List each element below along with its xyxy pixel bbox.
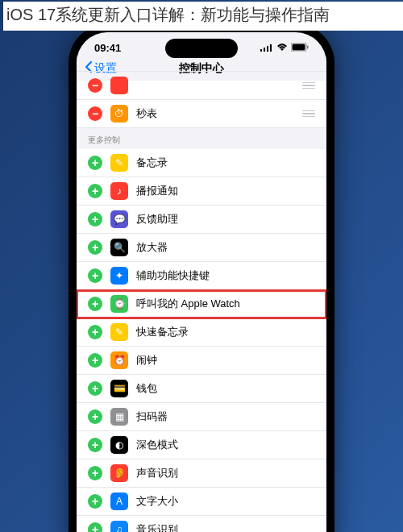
row-label: 音乐识别 [136,522,315,532]
app-icon: 💬 [110,210,128,228]
row-label: 深色模式 [136,438,315,452]
add-icon[interactable]: + [88,494,102,509]
row-label: 扫码器 [136,409,315,424]
list-item[interactable]: + ▦ 扫码器 [77,403,326,431]
app-icon: ✦ [110,267,128,285]
app-icon: ♫ [110,521,128,532]
row-label: 快速备忘录 [136,325,315,339]
svg-rect-6 [307,46,309,49]
app-icon: ✎ [110,323,128,341]
add-icon[interactable]: + [88,353,102,368]
more-controls-list: + ✎ 备忘录 + ♪ 播报通知 + 💬 反馈助理 + 🔍 放大器 + ✦ 辅助… [77,149,326,532]
add-icon[interactable]: + [88,381,102,396]
row-label: 播报通知 [136,184,315,198]
row-label: 备忘录 [136,156,315,170]
add-icon[interactable]: + [88,325,102,339]
svg-rect-1 [264,48,265,52]
app-icon: ◐ [110,436,128,454]
row-label: 呼叫我的 Apple Watch [136,297,315,311]
add-icon[interactable]: + [88,297,102,311]
row-label: 钱包 [136,381,315,396]
app-icon: 👂 [110,464,128,482]
row-label: 闹钟 [136,353,315,368]
dynamic-island [165,39,238,58]
list-item[interactable]: − ⏱ 秒表 [77,100,326,128]
article-title: iOS 17系统更新入口详解：新功能与操作指南 [3,2,403,31]
add-icon[interactable]: + [88,212,102,227]
list-item[interactable]: + ⏰ 闹钟 [77,347,326,375]
existing-controls-list: − − ⏱ 秒表 [77,71,326,128]
app-icon: ▦ [110,408,128,426]
remove-icon[interactable]: − [88,106,102,121]
section-header-more: 更多控制 [77,128,326,149]
app-icon: ♪ [110,182,128,200]
phone-frame: 09:41 设置 控制中心 − [69,24,334,532]
app-icon: 💳 [110,380,128,397]
add-icon[interactable]: + [88,240,102,255]
app-icon [110,77,128,94]
svg-rect-3 [270,44,272,52]
list-item[interactable]: + 👂 声音识别 [77,459,326,488]
wifi-icon [276,42,288,54]
add-icon[interactable]: + [88,466,102,480]
svg-rect-5 [293,44,305,51]
row-label: 声音识别 [136,466,315,480]
list-item[interactable]: + ✎ 备忘录 [77,149,326,177]
app-icon: ⏰ [110,351,128,369]
add-icon[interactable]: + [88,268,102,283]
list-item[interactable]: + ✦ 辅助功能快捷键 [77,262,326,290]
remove-icon[interactable]: − [88,78,102,93]
add-icon[interactable]: + [88,184,102,198]
row-label: 反馈助理 [136,212,315,227]
list-item[interactable]: + 💬 反馈助理 [77,206,326,234]
add-icon[interactable]: + [88,438,102,452]
add-icon[interactable]: + [88,409,102,424]
stopwatch-icon: ⏱ [110,105,128,123]
list-item[interactable]: + 🔍 放大器 [77,234,326,262]
phone-screen: 09:41 设置 控制中心 − [77,32,326,532]
app-icon: ✎ [110,154,128,172]
app-icon: A [110,493,128,510]
list-item[interactable]: + A 文字大小 [77,488,326,516]
svg-rect-0 [260,49,262,52]
drag-handle-icon[interactable] [302,110,315,118]
row-label: 辅助功能快捷键 [136,268,315,283]
list-item[interactable]: + ✎ 快速备忘录 [77,318,326,347]
drag-handle-icon[interactable] [302,82,315,89]
list-item[interactable]: + ♪ 播报通知 [77,177,326,206]
svg-rect-2 [267,46,268,52]
battery-icon [291,42,309,54]
list-item[interactable]: − [77,71,326,100]
row-label: 放大器 [136,240,315,255]
row-label: 文字大小 [136,494,315,509]
app-icon: ⌚ [110,295,128,313]
add-icon[interactable]: + [88,522,102,532]
row-label: 秒表 [136,106,294,121]
add-icon[interactable]: + [88,156,102,170]
list-item[interactable]: + ♫ 音乐识别 [77,516,326,532]
app-icon: 🔍 [110,239,128,256]
list-item[interactable]: + ◐ 深色模式 [77,431,326,459]
signal-icon [260,42,273,54]
list-item[interactable]: + 💳 钱包 [77,375,326,403]
status-time: 09:41 [94,42,121,54]
list-item[interactable]: + ⌚ 呼叫我的 Apple Watch [77,290,326,318]
